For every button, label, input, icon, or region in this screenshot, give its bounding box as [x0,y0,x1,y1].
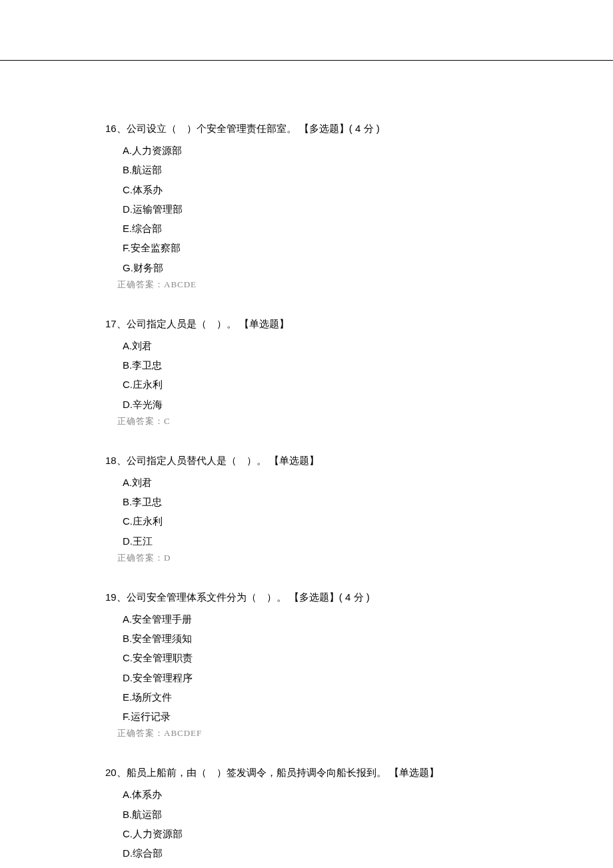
question-20: 20、船员上船前，由（ ）签发调令，船员持调令向船长报到。 【单选题】 A.体系… [105,765,526,863]
question-text: 、船员上船前，由（ ）签发调令，船员持调令向船长报到。 【单选题】 [117,767,439,778]
option-c: C.庄永利 [123,375,526,394]
option-f: F.安全监察部 [123,238,526,257]
question-number: 20 [105,767,117,778]
question-text: 、公司安全管理体系文件分为（ ）。 【多选题】( 4 分 ) [117,591,370,603]
question-number: 18 [105,455,117,466]
option-d: D.运输管理部 [123,199,526,219]
option-e: E.综合部 [123,219,526,238]
option-c: C.安全管理职责 [123,648,526,667]
correct-answer: 正确答案：D [105,552,526,564]
question-16: 16、公司设立（ ）个安全管理责任部室。 【多选题】( 4 分 ) A.人力资源… [105,121,526,291]
question-text: 、公司设立（ ）个安全管理责任部室。 【多选题】( 4 分 ) [117,123,380,134]
question-header: 18、公司指定人员替代人是（ ）。 【单选题】 [105,453,526,469]
page-content: 16、公司设立（ ）个安全管理责任部室。 【多选题】( 4 分 ) A.人力资源… [0,60,613,868]
option-d: D.安全管理程序 [123,668,526,687]
options-list: A.安全管理手册 B.安全管理须知 C.安全管理职责 D.安全管理程序 E.场所… [105,609,526,727]
correct-answer: 正确答案：ABCDE [105,279,526,291]
correct-answer: 正确答案：C [105,415,526,427]
option-a: A.刘君 [123,336,526,355]
option-a: A.体系办 [123,785,526,804]
question-header: 19、公司安全管理体系文件分为（ ）。 【多选题】( 4 分 ) [105,589,526,605]
options-list: A.刘君 B.李卫忠 C.庄永利 D.辛光海 [105,336,526,414]
question-18: 18、公司指定人员替代人是（ ）。 【单选题】 A.刘君 B.李卫忠 C.庄永利… [105,453,526,564]
option-c: C.体系办 [123,180,526,199]
option-g: G.财务部 [123,258,526,277]
option-d: D.综合部 [123,843,526,863]
question-17: 17、公司指定人员是（ ）。 【单选题】 A.刘君 B.李卫忠 C.庄永利 D.… [105,316,526,427]
option-c: C.人力资源部 [123,824,526,843]
question-number: 19 [105,591,117,603]
option-b: B.李卫忠 [123,492,526,511]
question-header: 20、船员上船前，由（ ）签发调令，船员持调令向船长报到。 【单选题】 [105,765,526,781]
option-b: B.航运部 [123,805,526,824]
question-number: 16 [105,123,117,134]
question-19: 19、公司安全管理体系文件分为（ ）。 【多选题】( 4 分 ) A.安全管理手… [105,589,526,740]
option-a: A.人力资源部 [123,141,526,160]
option-b: B.航运部 [123,160,526,179]
options-list: A.体系办 B.航运部 C.人力资源部 D.综合部 [105,785,526,863]
option-a: A.安全管理手册 [123,609,526,629]
option-c: C.庄永利 [123,511,526,531]
option-b: B.安全管理须知 [123,629,526,648]
option-d: D.辛光海 [123,395,526,414]
options-list: A.刘君 B.李卫忠 C.庄永利 D.王江 [105,473,526,551]
question-number: 17 [105,318,117,329]
options-list: A.人力资源部 B.航运部 C.体系办 D.运输管理部 E.综合部 F.安全监察… [105,141,526,277]
question-header: 16、公司设立（ ）个安全管理责任部室。 【多选题】( 4 分 ) [105,121,526,137]
option-e: E.场所文件 [123,687,526,707]
option-f: F.运行记录 [123,707,526,726]
correct-answer: 正确答案：ABCDEF [105,727,526,739]
option-a: A.刘君 [123,473,526,492]
question-text: 、公司指定人员是（ ）。 【单选题】 [117,318,289,329]
option-d: D.王江 [123,531,526,551]
question-text: 、公司指定人员替代人是（ ）。 【单选题】 [117,455,319,466]
option-b: B.李卫忠 [123,355,526,375]
question-header: 17、公司指定人员是（ ）。 【单选题】 [105,316,526,332]
